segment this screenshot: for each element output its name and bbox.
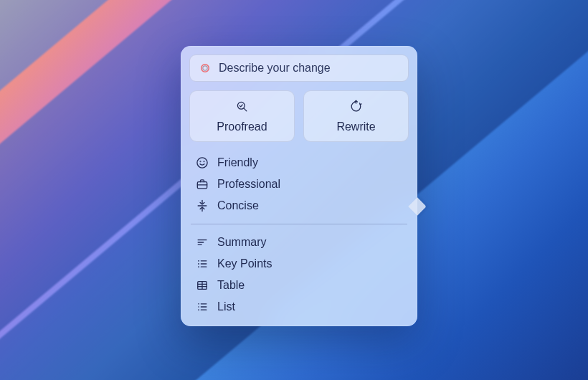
proofread-label: Proofread [217,120,267,133]
format-label: Table [217,279,245,292]
format-label: Key Points [217,257,272,270]
tone-label: Professional [217,178,280,191]
format-label: List [217,300,235,313]
writing-tools-popover: Describe your change Proofread Rewri [181,46,417,326]
briefcase-icon [195,177,209,191]
svg-point-4 [200,161,201,162]
smiley-icon [195,156,209,170]
format-item-list[interactable]: List [192,296,406,318]
describe-change-input[interactable]: Describe your change [189,54,409,82]
compress-icon [195,199,209,213]
describe-change-placeholder: Describe your change [219,62,331,75]
tone-label: Friendly [217,156,258,169]
section-divider [191,224,407,224]
tone-label: Concise [217,199,259,212]
format-item-summary[interactable]: Summary [192,232,406,253]
rewrite-label: Rewrite [336,120,375,133]
format-section: Summary Key Points Table List [189,229,409,319]
proofread-button[interactable]: Proofread [189,90,295,142]
list-icon [195,300,209,314]
svg-point-7 [198,260,199,262]
tone-item-concise[interactable]: Concise [192,195,406,217]
rewrite-icon [349,100,363,116]
magnifier-check-icon [235,100,249,116]
svg-point-11 [198,303,199,305]
svg-point-9 [198,266,199,267]
table-icon [195,278,209,293]
svg-point-8 [198,263,199,265]
tone-item-professional[interactable]: Professional [192,174,406,195]
format-item-table[interactable]: Table [192,275,406,296]
svg-point-3 [197,158,207,168]
format-item-keypoints[interactable]: Key Points [192,253,406,275]
tone-section: Friendly Professional Concise [189,149,409,218]
svg-point-12 [198,306,199,308]
summary-icon [195,235,209,250]
svg-point-13 [198,309,199,310]
svg-point-5 [204,161,204,162]
bullets-icon [195,257,209,271]
primary-actions-row: Proofread Rewrite [189,90,409,142]
format-label: Summary [217,236,266,249]
apple-intelligence-icon [199,62,212,75]
rewrite-button[interactable]: Rewrite [303,90,409,142]
tone-item-friendly[interactable]: Friendly [192,152,406,174]
svg-point-1 [203,66,207,70]
